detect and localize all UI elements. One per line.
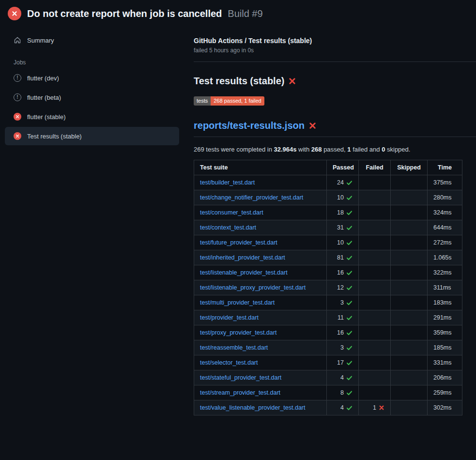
check-icon bbox=[346, 360, 353, 366]
run-meta: failed 5 hours ago in 0s bbox=[194, 47, 476, 54]
sidebar-item-test-results-stable[interactable]: Test results (stable) bbox=[5, 127, 179, 145]
neutral-status-icon: ! bbox=[14, 74, 21, 82]
time-cell: 291ms bbox=[428, 310, 462, 325]
test-suite-link[interactable]: test/builder_test.dart bbox=[200, 179, 255, 186]
passed-cell: 4 bbox=[327, 400, 359, 415]
suite-cell: test/context_test.dart bbox=[194, 220, 327, 235]
skipped-cell bbox=[391, 355, 428, 370]
test-suite-link[interactable]: test/stateful_provider_test.dart bbox=[200, 374, 281, 381]
jobs-section-label: Jobs bbox=[0, 59, 184, 66]
passed-count: 16 bbox=[337, 329, 344, 336]
passed-count: 4 bbox=[340, 374, 344, 381]
check-icon bbox=[346, 255, 353, 261]
skipped-cell bbox=[391, 325, 428, 340]
passed-cell: 31 bbox=[327, 220, 359, 235]
test-suite-link[interactable]: test/future_provider_test.dart bbox=[200, 239, 277, 246]
passed-cell: 16 bbox=[327, 265, 359, 280]
main-content: GitHub Actions / Test results (stable) f… bbox=[184, 24, 476, 415]
suite-cell: test/listenable_proxy_provider_test.dart bbox=[194, 280, 327, 295]
table-row: test/provider_test.dart 11 291ms bbox=[194, 310, 462, 325]
test-suite-link[interactable]: test/value_listenable_provider_test.dart bbox=[200, 404, 306, 411]
section-title: Test results (stable) bbox=[194, 76, 476, 87]
time-cell: 644ms bbox=[428, 220, 462, 235]
passed-cell: 12 bbox=[327, 280, 359, 295]
cross-mark-icon bbox=[289, 77, 296, 85]
time-cell: 183ms bbox=[428, 295, 462, 310]
table-row: test/future_provider_test.dart 10 272ms bbox=[194, 235, 462, 250]
suite-cell: test/proxy_provider_test.dart bbox=[194, 325, 327, 340]
skipped-cell bbox=[391, 265, 428, 280]
check-icon bbox=[346, 270, 353, 276]
time-cell: 375ms bbox=[428, 175, 462, 190]
col-header-skipped: Skipped bbox=[391, 160, 428, 175]
sidebar-item-summary[interactable]: Summary bbox=[5, 31, 179, 49]
test-suite-link[interactable]: test/provider_test.dart bbox=[200, 314, 259, 321]
time-cell: 259ms bbox=[428, 385, 462, 400]
table-row: test/change_notifier_provider_test.dart … bbox=[194, 190, 462, 205]
passed-count: 17 bbox=[337, 359, 344, 366]
passed-count: 18 bbox=[337, 209, 344, 216]
time-cell: 280ms bbox=[428, 190, 462, 205]
check-icon bbox=[346, 240, 353, 246]
cross-mark-icon bbox=[309, 122, 316, 129]
passed-cell: 18 bbox=[327, 205, 359, 220]
failed-status-icon bbox=[14, 113, 21, 121]
passed-count: 3 bbox=[340, 299, 344, 306]
test-suite-link[interactable]: test/proxy_provider_test.dart bbox=[200, 329, 276, 336]
section-title-text: Test results (stable) bbox=[194, 76, 284, 87]
test-suite-link[interactable]: test/change_notifier_provider_test.dart bbox=[200, 194, 303, 201]
sidebar: Summary Jobs ! flutter (dev) ! flutter (… bbox=[0, 24, 184, 146]
suite-cell: test/provider_test.dart bbox=[194, 310, 327, 325]
table-row: test/builder_test.dart 24 375ms bbox=[194, 175, 462, 190]
build-number: Build #9 bbox=[228, 8, 262, 19]
failed-cell bbox=[359, 265, 391, 280]
breadcrumb: GitHub Actions / Test results (stable) bbox=[194, 37, 476, 45]
failed-count: 1 bbox=[373, 404, 376, 411]
table-row: test/listenable_proxy_provider_test.dart… bbox=[194, 280, 462, 295]
summary-duration: 32.964s bbox=[274, 146, 296, 153]
time-cell: 302ms bbox=[428, 400, 462, 415]
sidebar-item-flutter-stable[interactable]: flutter (stable) bbox=[5, 107, 179, 126]
sidebar-item-flutter-beta[interactable]: ! flutter (beta) bbox=[5, 88, 179, 107]
passed-count: 31 bbox=[337, 224, 344, 231]
test-suite-link[interactable]: test/stream_provider_test.dart bbox=[200, 389, 280, 396]
sidebar-item-flutter-dev[interactable]: ! flutter (dev) bbox=[5, 69, 179, 87]
jobs-list: ! flutter (dev) ! flutter (beta) flutter… bbox=[0, 69, 184, 145]
report-heading: reports/test-results.json bbox=[194, 120, 476, 137]
suite-cell: test/inherited_provider_test.dart bbox=[194, 250, 327, 265]
test-suite-link[interactable]: test/selector_test.dart bbox=[200, 359, 258, 366]
badge-label: tests bbox=[194, 96, 211, 106]
test-suite-link[interactable]: test/listenable_proxy_provider_test.dart bbox=[200, 284, 306, 291]
col-header-passed: Passed bbox=[327, 160, 359, 175]
table-row: test/stateful_provider_test.dart 4 206ms bbox=[194, 370, 462, 385]
skipped-cell bbox=[391, 280, 428, 295]
skipped-cell bbox=[391, 385, 428, 400]
passed-count: 16 bbox=[337, 269, 344, 276]
test-suite-link[interactable]: test/listenable_provider_test.dart bbox=[200, 269, 288, 276]
suite-cell: test/consumer_test.dart bbox=[194, 205, 327, 220]
check-icon bbox=[346, 210, 353, 216]
table-row: test/consumer_test.dart 18 324ms bbox=[194, 205, 462, 220]
report-link[interactable]: reports/test-results.json bbox=[194, 120, 305, 131]
summary-failed-count: 1 bbox=[347, 146, 351, 153]
check-run-page: Do not create report when job is cancell… bbox=[0, 0, 476, 415]
job-label: flutter (beta) bbox=[27, 94, 61, 101]
check-icon bbox=[346, 225, 353, 231]
failed-cell bbox=[359, 370, 391, 385]
test-suite-link[interactable]: test/multi_provider_test.dart bbox=[200, 299, 275, 306]
time-cell: 331ms bbox=[428, 355, 462, 370]
failed-cell bbox=[359, 325, 391, 340]
time-cell: 322ms bbox=[428, 265, 462, 280]
failed-status-icon bbox=[14, 132, 21, 140]
skipped-cell bbox=[391, 250, 428, 265]
test-suite-link[interactable]: test/consumer_test.dart bbox=[200, 209, 263, 216]
test-suite-link[interactable]: test/context_test.dart bbox=[200, 224, 256, 231]
test-suite-link[interactable]: test/inherited_provider_test.dart bbox=[200, 254, 285, 261]
skipped-cell bbox=[391, 400, 428, 415]
table-row: test/listenable_provider_test.dart 16 32… bbox=[194, 265, 462, 280]
passed-cell: 8 bbox=[327, 385, 359, 400]
failed-cell bbox=[359, 355, 391, 370]
passed-cell: 10 bbox=[327, 235, 359, 250]
suite-cell: test/future_provider_test.dart bbox=[194, 235, 327, 250]
test-suite-link[interactable]: test/reassemble_test.dart bbox=[200, 344, 268, 351]
